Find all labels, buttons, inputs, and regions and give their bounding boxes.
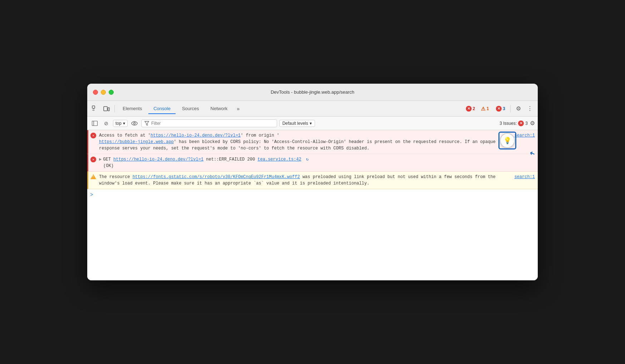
level-selector[interactable]: Default levels ▾ bbox=[279, 120, 315, 127]
warn-icon bbox=[90, 174, 97, 181]
clear-console-icon[interactable]: ⊘ bbox=[102, 119, 111, 128]
device-toolbar-icon[interactable] bbox=[102, 104, 112, 114]
lightbulb-icon: 💡 bbox=[503, 137, 511, 144]
issues-badge: 3 Issues: ✕ 3 bbox=[499, 120, 528, 126]
console-settings-icon[interactable]: ⚙ bbox=[530, 120, 535, 127]
console-entry-warn: The resource https://fonts.gstatic.com/s… bbox=[87, 172, 538, 189]
close-button[interactable] bbox=[93, 90, 98, 95]
issues-icon: ✕ bbox=[496, 106, 502, 112]
cors-error-body: Access to fetch at 'https://hello-io-24.… bbox=[99, 132, 535, 152]
tab-console[interactable]: Console bbox=[148, 104, 176, 114]
separator2 bbox=[510, 105, 511, 112]
tab-elements[interactable]: Elements bbox=[118, 104, 147, 114]
error-icon-2: ✕ bbox=[90, 157, 97, 162]
eye-icon[interactable] bbox=[130, 119, 139, 128]
tab-sources[interactable]: Sources bbox=[177, 104, 204, 114]
minimize-button[interactable] bbox=[101, 90, 106, 95]
refresh-icon[interactable]: ↻ bbox=[306, 157, 309, 162]
warn-body: The resource https://fonts.gstatic.com/s… bbox=[99, 174, 535, 187]
console-content: ✕ Access to fetch at 'https://hello-io-2… bbox=[87, 130, 538, 280]
svg-rect-5 bbox=[92, 121, 98, 126]
console-entry-get-error: ✕ ▶ GET https://hello-io-24.deno.dev/?lv… bbox=[87, 154, 538, 172]
svg-point-7 bbox=[132, 122, 137, 125]
more-options-icon[interactable]: ⋮ bbox=[525, 104, 535, 114]
context-selector[interactable]: top ▾ bbox=[113, 120, 128, 127]
origin-url-link[interactable]: https://bubble-jingle.web.app bbox=[99, 139, 174, 144]
source-link[interactable]: tea.service.ts:42 bbox=[257, 157, 301, 162]
more-tabs-button[interactable]: » bbox=[234, 104, 242, 113]
error-icon-1: ✕ bbox=[90, 133, 97, 138]
expand-arrow[interactable]: ▶ bbox=[99, 156, 102, 163]
tab-toolbar: Elements Console Sources Network » ✕ 2 ⚠… bbox=[87, 101, 538, 117]
error-badge: ✕ 2 bbox=[464, 105, 477, 112]
issues-icon2: ✕ bbox=[518, 120, 524, 126]
separator bbox=[114, 105, 115, 112]
filter-input-wrap[interactable] bbox=[141, 119, 277, 127]
cors-error-source[interactable]: search:1 bbox=[511, 132, 535, 152]
svg-rect-0 bbox=[92, 106, 95, 108]
console-prompt[interactable]: > bbox=[87, 189, 538, 201]
inspect-element-icon[interactable] bbox=[90, 104, 100, 114]
console-entry-cors-error: ✕ Access to fetch at 'https://hello-io-2… bbox=[87, 130, 538, 154]
cors-url-link[interactable]: https://hello-io-24.deno.dev/?lvl=1 bbox=[151, 133, 241, 138]
chevron-down-icon2: ▾ bbox=[310, 121, 312, 126]
warn-badge: ⚠ 1 bbox=[479, 105, 491, 112]
ai-assist-button[interactable]: 💡 bbox=[500, 133, 515, 148]
svg-marker-9 bbox=[145, 121, 149, 125]
get-url-link[interactable]: https://hello-io-24.deno.dev/?lvl=1 bbox=[113, 157, 203, 162]
filter-input[interactable] bbox=[151, 121, 274, 126]
get-error-body: ▶ GET https://hello-io-24.deno.dev/?lvl=… bbox=[99, 156, 535, 169]
devtools-window: DevTools - bubble-jingle.web.app/search … bbox=[87, 84, 538, 280]
warn-source[interactable]: search:1 bbox=[511, 174, 535, 187]
error-icon: ✕ bbox=[466, 106, 472, 112]
svg-rect-3 bbox=[104, 107, 107, 111]
settings-icon[interactable]: ⚙ bbox=[513, 104, 523, 114]
prompt-symbol: > bbox=[90, 192, 93, 198]
traffic-lights bbox=[93, 90, 114, 95]
issues-count-badge: ✕ 3 bbox=[494, 105, 507, 112]
sidebar-toggle-icon[interactable] bbox=[90, 119, 99, 128]
filter-icon bbox=[144, 121, 149, 126]
tab-network[interactable]: Network bbox=[206, 104, 233, 114]
chevron-down-icon: ▾ bbox=[123, 121, 125, 126]
svg-point-8 bbox=[133, 122, 135, 124]
maximize-button[interactable] bbox=[109, 90, 114, 95]
window-title: DevTools - bubble-jingle.web.app/search bbox=[271, 89, 354, 95]
console-toolbar: ⊘ top ▾ Default levels ▾ 3 Issues: ✕ 3 ⚙ bbox=[87, 117, 538, 130]
title-bar: DevTools - bubble-jingle.web.app/search bbox=[87, 84, 538, 101]
resource-url-link[interactable]: https://fonts.gstatic.com/s/roboto/v30/K… bbox=[133, 174, 300, 179]
svg-rect-4 bbox=[108, 108, 109, 111]
